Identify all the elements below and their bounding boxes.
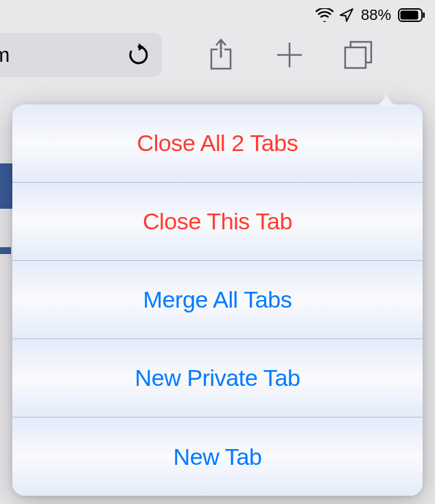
popover-arrow [373,92,399,106]
menu-item-label: New Private Tab [135,365,301,391]
tabs-context-menu: Close All 2 Tabs Close This Tab Merge Al… [12,104,423,496]
tabs-button[interactable] [342,38,375,71]
share-button[interactable] [204,38,237,71]
svg-rect-10 [345,47,366,68]
merge-all-tabs-item[interactable]: Merge All Tabs [12,261,423,339]
battery-percentage: 88% [361,6,391,24]
url-text: com [0,43,10,67]
menu-item-label: New Tab [174,444,262,470]
menu-item-label: Close This Tab [143,208,292,235]
close-all-tabs-item[interactable]: Close All 2 Tabs [12,104,423,183]
close-this-tab-item[interactable]: Close This Tab [12,183,423,261]
wifi-icon [316,8,333,22]
location-icon [339,8,354,23]
reload-button[interactable] [126,43,151,67]
new-private-tab-item[interactable]: New Private Tab [12,339,423,417]
status-bar: 88% [0,0,435,26]
svg-rect-1 [401,11,419,20]
battery-icon [398,8,425,22]
new-tab-item[interactable]: New Tab [12,417,423,496]
menu-item-label: Close All 2 Tabs [137,130,298,157]
new-tab-button[interactable] [273,38,306,71]
menu-item-label: Merge All Tabs [143,286,292,313]
address-bar[interactable]: com [0,33,162,77]
background-content [0,247,11,254]
svg-rect-2 [423,12,425,18]
browser-toolbar: com [0,26,435,95]
